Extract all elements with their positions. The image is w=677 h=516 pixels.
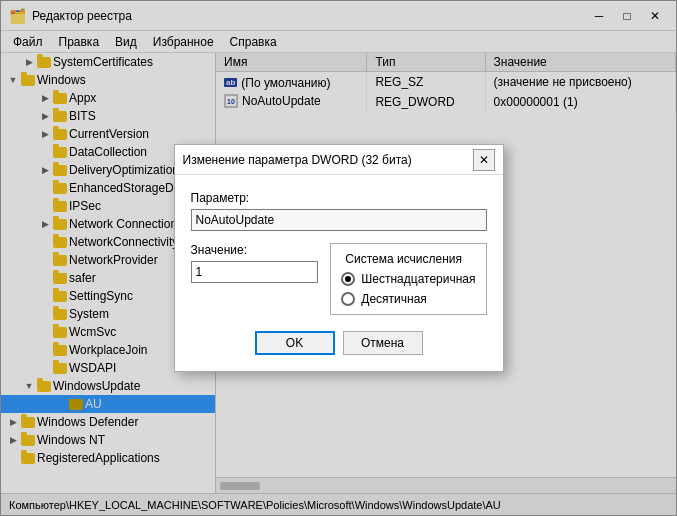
- modal-title: Изменение параметра DWORD (32 бита): [183, 153, 412, 167]
- cancel-button[interactable]: Отмена: [343, 331, 423, 355]
- value-label: Значение:: [191, 243, 319, 257]
- value-input[interactable]: [191, 261, 319, 283]
- radio-dec-label: Десятичная: [361, 292, 427, 306]
- value-col: Значение:: [191, 243, 319, 315]
- modal-buttons: OK Отмена: [191, 331, 487, 355]
- radio-dec-circle: [341, 292, 355, 306]
- radiosystem-col: Система исчисления Шестнадцатеричная Дес…: [330, 243, 486, 315]
- modal-overlay: Изменение параметра DWORD (32 бита) ✕ Па…: [0, 0, 677, 516]
- value-row: Значение: Система исчисления Шестнадцате…: [191, 243, 487, 315]
- radio-hex[interactable]: Шестнадцатеричная: [341, 272, 475, 286]
- number-system-group: Система исчисления Шестнадцатеричная Дес…: [330, 243, 486, 315]
- radio-dec[interactable]: Десятичная: [341, 292, 475, 306]
- ok-button[interactable]: OK: [255, 331, 335, 355]
- modal-title-bar: Изменение параметра DWORD (32 бита) ✕: [175, 145, 503, 175]
- dword-edit-dialog: Изменение параметра DWORD (32 бита) ✕ Па…: [174, 144, 504, 372]
- radiosystem-label: Система исчисления: [341, 252, 466, 266]
- param-input[interactable]: [191, 209, 487, 231]
- radio-hex-label: Шестнадцатеричная: [361, 272, 475, 286]
- modal-close-button[interactable]: ✕: [473, 149, 495, 171]
- modal-body: Параметр: Значение: Система исчисления: [175, 175, 503, 371]
- radio-hex-circle: [341, 272, 355, 286]
- param-label: Параметр:: [191, 191, 487, 205]
